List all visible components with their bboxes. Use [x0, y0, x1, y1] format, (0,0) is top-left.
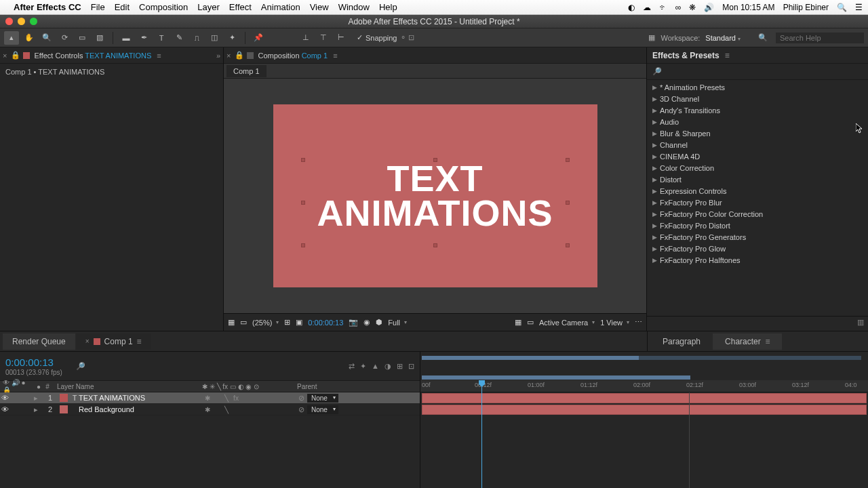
tab-render-queue[interactable]: Render Queue	[3, 333, 75, 350]
menu-effect[interactable]: Effect	[229, 2, 252, 12]
tab-character[interactable]: Character ≡	[713, 333, 782, 350]
panel-menu-icon[interactable]: ≡	[333, 52, 337, 60]
user-name[interactable]: Philip Ebiner	[783, 3, 829, 12]
effects-category-item[interactable]: ▶Distort	[647, 174, 868, 185]
close-tab-icon[interactable]: ×	[3, 52, 7, 60]
comp-tab[interactable]: Comp 1	[226, 65, 267, 77]
current-time[interactable]: 0:00:00:13	[308, 319, 343, 327]
effects-category-item[interactable]: ▶FxFactory Pro Generators	[647, 231, 868, 243]
close-tab-icon[interactable]: ×	[226, 52, 231, 60]
effects-category-item[interactable]: ▶Audio	[647, 116, 868, 127]
menu-window[interactable]: Window	[338, 2, 370, 12]
tab-paragraph[interactable]: Paragraph	[650, 333, 713, 350]
camera-selector[interactable]: Active Camera	[539, 319, 595, 327]
effects-list[interactable]: ▶* Animation Presets▶3D Channel▶Andy's T…	[647, 80, 868, 316]
volume-icon[interactable]: 🔊	[704, 3, 714, 12]
lock-icon[interactable]: 🔒	[235, 51, 244, 60]
effects-category-item[interactable]: ▶FxFactory Pro Distort	[647, 220, 868, 231]
align-tool-1[interactable]: ⊥	[298, 31, 313, 45]
effects-category-item[interactable]: ▶* Animation Presets	[647, 81, 868, 93]
composition-viewer[interactable]: TEXT ANIMATIONS	[224, 79, 646, 313]
shape-tool[interactable]: ▬	[119, 31, 134, 45]
eraser-tool[interactable]: ◫	[207, 31, 222, 45]
track-bar[interactable]	[422, 405, 867, 415]
search-help-input[interactable]	[776, 33, 864, 43]
clone-tool[interactable]: ⎍	[189, 31, 204, 45]
mask-icon[interactable]: ▭	[240, 318, 247, 327]
view-opts-icon[interactable]: ⋯	[635, 318, 642, 327]
rotate-tool[interactable]: ⟳	[57, 31, 72, 45]
menu-composition[interactable]: Composition	[139, 2, 188, 12]
panel-menu-icon[interactable]: ≡	[725, 51, 730, 60]
timeline-search-icon[interactable]: 🔎	[76, 362, 85, 371]
effects-category-item[interactable]: ▶3D Channel	[647, 93, 868, 104]
roi-icon[interactable]: ▣	[296, 318, 302, 327]
tl-opt-icon[interactable]: ⇄	[349, 362, 355, 371]
menu-help[interactable]: Help	[379, 2, 397, 12]
roto-tool[interactable]: ✦	[224, 31, 239, 45]
selection-tool[interactable]: ▴	[4, 31, 19, 45]
effects-category-item[interactable]: ▶FxFactory Pro Halftones	[647, 254, 868, 266]
cc-icon[interactable]: ☁	[643, 3, 651, 12]
puppet-tool[interactable]: 📌	[251, 31, 266, 45]
menu-layer[interactable]: Layer	[197, 2, 220, 12]
effects-category-item[interactable]: ▶Andy's Transitions	[647, 104, 868, 116]
effects-category-item[interactable]: ▶FxFactory Pro Glow	[647, 243, 868, 254]
workspace-selector[interactable]: Standard	[705, 34, 741, 42]
hand-tool[interactable]: ✋	[22, 31, 37, 45]
spotlight-icon[interactable]: 🔍	[837, 3, 847, 12]
pan-behind-tool[interactable]: ▧	[92, 31, 107, 45]
time-ruler[interactable]: 00f00:12f01:00f01:12f02:00f02:12f03:00f0…	[420, 380, 868, 392]
snapping-toggle[interactable]: ✓Snapping⚬ ⊡	[357, 33, 414, 42]
effects-category-item[interactable]: ▶Color Correction	[647, 162, 868, 174]
type-tool[interactable]: T	[154, 31, 169, 45]
effects-search-input[interactable]	[665, 68, 863, 76]
app-name[interactable]: After Effects CC	[14, 2, 81, 12]
timeline-layer-row[interactable]: 👁▸1TTEXT ANIMATIONS✱╲fx⊘None	[0, 392, 420, 404]
tl-opt-icon[interactable]: ▲	[372, 362, 379, 370]
menu-file[interactable]: File	[91, 2, 105, 12]
bt-icon[interactable]: ∞	[675, 3, 682, 12]
zoom-tool[interactable]: 🔍	[39, 31, 54, 45]
3d-icon[interactable]: ▭	[527, 318, 534, 327]
canvas[interactable]: TEXT ANIMATIONS	[273, 104, 597, 287]
align-tool-3[interactable]: ⊢	[334, 31, 349, 45]
adaptive-res-icon[interactable]: ▦	[648, 33, 655, 42]
effects-category-item[interactable]: ▶Blur & Sharpen	[647, 127, 868, 139]
camera-tool[interactable]: ▭	[75, 31, 90, 45]
effects-category-item[interactable]: ▶FxFactory Pro Color Correction	[647, 208, 868, 220]
effects-category-item[interactable]: ▶FxFactory Pro Blur	[647, 197, 868, 208]
tab-comp1[interactable]: × Comp 1 ≡	[76, 333, 151, 350]
panel-menu-icon[interactable]: ≡	[157, 52, 161, 60]
tl-opt-icon[interactable]: ⊞	[397, 362, 403, 371]
tl-opt-icon[interactable]: ◑	[384, 362, 391, 371]
track-bar[interactable]	[422, 393, 867, 403]
transparency-icon[interactable]: ▦	[515, 318, 521, 327]
pen-tool[interactable]: ✒	[136, 31, 151, 45]
tl-opt-icon[interactable]: ⊡	[408, 362, 414, 371]
lock-icon[interactable]: 🔒	[11, 51, 20, 60]
menu-view[interactable]: View	[310, 2, 329, 12]
tl-opt-icon[interactable]: ✦	[360, 362, 366, 371]
timeline-layer-row[interactable]: 👁▸2Red Background✱╲⊘None	[0, 404, 420, 415]
grid-icon[interactable]: ▦	[228, 318, 235, 327]
views-selector[interactable]: 1 View	[600, 319, 629, 327]
menu-icon[interactable]: ☰	[855, 3, 863, 12]
channel-icon[interactable]: ◉	[363, 318, 370, 327]
align-tool-2[interactable]: ⊤	[316, 31, 331, 45]
playhead[interactable]	[481, 380, 482, 488]
effects-category-item[interactable]: ▶Channel	[647, 139, 868, 150]
status-icon[interactable]: ◐	[628, 3, 635, 12]
menu-animation[interactable]: Animation	[261, 2, 300, 12]
resolution-selector[interactable]: Full	[388, 319, 407, 327]
sync-icon[interactable]: ❋	[689, 3, 696, 12]
effects-category-item[interactable]: ▶Expression Controls	[647, 185, 868, 197]
clock[interactable]: Mon 10:15 AM	[722, 3, 774, 12]
wifi-icon[interactable]: ᯤ	[659, 3, 667, 12]
new-bin-icon[interactable]: ▥	[857, 318, 864, 329]
zoom-selector[interactable]: (25%)	[252, 319, 279, 327]
color-mgmt-icon[interactable]: ⬢	[376, 318, 382, 327]
timeline-timecode[interactable]: 0:00:00:13	[5, 357, 62, 368]
close-tab-icon[interactable]: ×	[85, 338, 90, 345]
brush-tool[interactable]: ✎	[172, 31, 186, 45]
